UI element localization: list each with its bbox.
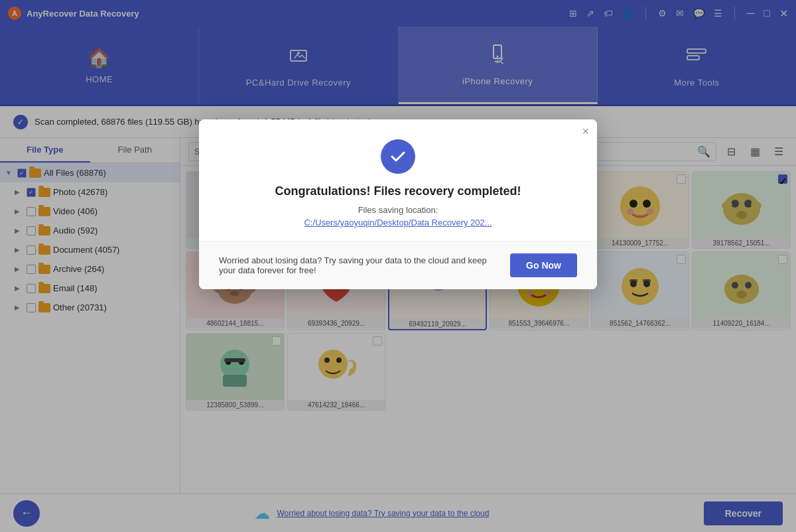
modal-subtitle: Files saving location: [226,205,570,215]
modal-close-button[interactable]: × [582,125,589,139]
go-now-button[interactable]: Go Now [510,253,577,277]
modal-success-icon [381,139,415,174]
modal-dialog: × Congratulations! Files recovery comple… [199,119,597,289]
modal-title: Congratulations! Files recovery complete… [226,184,570,198]
modal-location-link[interactable]: C:/Users/yaoyuqin/Desktop/Data Recovery … [226,218,570,228]
modal-overlay: × Congratulations! Files recovery comple… [0,0,796,532]
modal-footer-text: Worried about losing data? Try saving yo… [219,255,497,275]
modal-header: × Congratulations! Files recovery comple… [199,119,597,241]
modal-footer: Worried about losing data? Try saving yo… [199,241,597,289]
